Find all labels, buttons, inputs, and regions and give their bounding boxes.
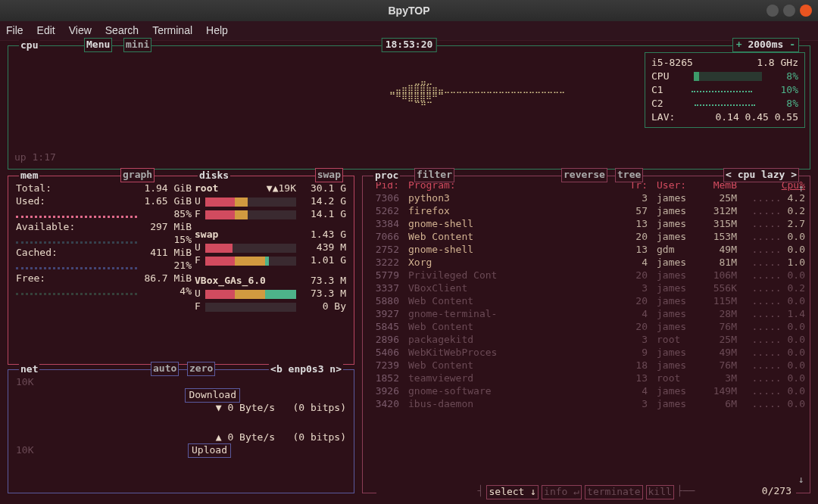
net-zero-button[interactable]: zero <box>187 362 215 376</box>
mem-used-graph <box>16 212 137 218</box>
disk-size: 1.43 G <box>301 229 346 241</box>
cpu-mini-button[interactable]: mini <box>123 38 151 52</box>
mem-free-label: Free: <box>16 272 45 285</box>
scroll-up-icon[interactable]: ↑ <box>798 182 804 195</box>
proc-select-button[interactable]: select ↓ <box>486 485 539 499</box>
table-row[interactable]: 2752gnome-shell13gdm49M..... 0.0 <box>363 244 810 257</box>
table-row[interactable]: 1852teamviewerd13root3M..... 0.0 <box>363 372 810 385</box>
disk-size: 30.1 G <box>301 182 346 195</box>
disks-label: disks <box>198 170 230 182</box>
proc-panel: proc filter reverse tree < cpu lazy > Pi… <box>362 176 810 493</box>
net-auto-button[interactable]: auto <box>151 362 179 376</box>
table-row[interactable]: 3927gnome-terminal-4james28M..... 1.4 <box>363 308 810 321</box>
mem-free-graph <box>16 289 137 295</box>
net-label: net <box>19 363 39 376</box>
window-close-button[interactable] <box>800 5 812 17</box>
disk-used: 439 M <box>301 241 346 254</box>
table-row[interactable]: 7306python33james25M..... 4.2 <box>363 192 810 205</box>
scroll-down-icon[interactable]: ↓ <box>798 474 804 487</box>
proc-reverse-button[interactable]: reverse <box>561 168 607 182</box>
mem-cached-label: Cached: <box>16 247 58 260</box>
mem-panel: mem graph disks swap Total:1.94 GiB Used… <box>8 176 354 365</box>
cpu-core2-label: C2 <box>651 98 663 110</box>
proc-sort-selector[interactable]: < cpu lazy > <box>723 168 799 182</box>
mem-total: 1.94 GiB <box>144 182 192 195</box>
lav-values: 0.14 0.45 0.55 <box>715 111 798 124</box>
mem-avail: 297 MiB <box>150 221 192 234</box>
proc-tree-button[interactable]: tree <box>615 168 643 182</box>
net-scale-top: 10K <box>16 376 33 389</box>
cpu-core1-bar <box>692 88 752 92</box>
table-row[interactable]: 3420ibus-daemon3james6M..... 0.0 <box>363 398 810 411</box>
table-row[interactable]: 3222Xorg4james81M..... 1.0 <box>363 257 810 269</box>
net-panel: net auto zero <b enp0s3 n> 10K Download … <box>8 369 354 493</box>
table-row[interactable]: 3384gnome-shell13james315M..... 2.7 <box>363 218 810 231</box>
table-row[interactable]: 7066Web Content20james153M..... 0.0 <box>363 231 810 244</box>
table-row[interactable]: 5845Web Content20james76M..... 0.0 <box>363 321 810 334</box>
menu-file[interactable]: File <box>6 23 23 37</box>
proc-filter-button[interactable]: filter <box>414 168 454 182</box>
table-row[interactable]: 5262firefox57james312M..... 0.2 <box>363 205 810 218</box>
disk-name: swap <box>195 229 218 241</box>
cpu-core1-pct: 10% <box>781 84 798 97</box>
menu-help[interactable]: Help <box>206 23 228 37</box>
cpu-panel: cpu Menu mini 18:53:20 + 2000ms - ⣀⣤⣀ ⣀⣤… <box>8 45 810 170</box>
mem-graph-button[interactable]: graph <box>120 168 155 182</box>
disk-name: VBox_GAs_6.0 <box>195 275 266 288</box>
update-interval: 2000ms <box>748 39 783 50</box>
disk-used-bar <box>205 198 296 207</box>
proc-scroll-position: 0/273 <box>762 485 791 498</box>
mem-label: mem <box>19 170 39 182</box>
disk-free: 0 By <box>301 300 346 313</box>
table-row[interactable]: 5880Web Content20james115M..... 0.0 <box>363 295 810 308</box>
update-plus-icon[interactable]: + <box>736 39 748 50</box>
window-minimize-button[interactable] <box>766 5 779 17</box>
mem-used-label: Used: <box>16 195 45 208</box>
disk-free-bar <box>205 303 296 312</box>
window-title: BpyTOP <box>389 4 430 17</box>
mem-free-pct: 4% <box>180 285 192 298</box>
swap-header-button[interactable]: swap <box>315 168 343 182</box>
proc-terminate-button[interactable]: terminate <box>585 485 642 499</box>
cpu-graph: ⣀⣤⣀ ⣀⣤⣶⣿⣿⣿⣷⣶⣤⣀⣀⣀⣀⣀⣀⣀⣀⣀⣀⣀⣀⣀⣀⣀⣀⣀⣀⣀⣀ ⠉⠛⠿⣿⣿⣿… <box>379 76 565 110</box>
cpu-clock: 18:53:20 <box>382 38 437 52</box>
menu-search[interactable]: Search <box>105 23 139 37</box>
disk-free: 14.1 G <box>301 208 346 221</box>
menu-edit[interactable]: Edit <box>37 23 55 37</box>
cpu-core1-label: C1 <box>651 84 663 97</box>
disk-used: 14.2 G <box>301 195 346 208</box>
net-up-rate: ▲ 0 Byte/s <box>216 431 275 443</box>
cpu-core2-pct: 8% <box>786 98 798 110</box>
menu-terminal[interactable]: Terminal <box>152 23 192 37</box>
disk-used-bar <box>205 244 296 253</box>
table-row[interactable]: 5406WebKitWebProces9james49M..... 0.0 <box>363 347 810 359</box>
net-up-bits: (0 bitps) <box>293 431 346 443</box>
cpu-freq: 1.8 GHz <box>757 57 798 70</box>
process-table: Pid: Program: Tr: User: MemB Cpu% 7306py… <box>363 179 810 411</box>
disk-free-bar <box>205 210 296 219</box>
cpu-total-pct: 8% <box>786 70 798 83</box>
table-row[interactable]: 3337VBoxClient3james556K..... 0.2 <box>363 282 810 295</box>
proc-kill-button[interactable]: kill <box>646 485 674 499</box>
proc-scrollbar[interactable]: ↑ ↓ <box>796 182 807 487</box>
proc-info-button[interactable]: info ↵ <box>542 485 582 499</box>
menu-view[interactable]: View <box>69 23 92 37</box>
cpu-menu-button[interactable]: Menu <box>84 38 112 52</box>
uptime: up 1:17 <box>14 151 56 164</box>
net-down-rate: ▼ 0 Byte/s <box>216 402 275 413</box>
window-titlebar: BpyTOP <box>0 0 818 21</box>
table-row[interactable]: 3926gnome-software4james149M..... 0.0 <box>363 385 810 398</box>
window-maximize-button[interactable] <box>783 5 795 17</box>
mem-avail-label: Available: <box>16 221 75 234</box>
cpu-label: cpu <box>19 39 39 52</box>
table-row[interactable]: 5779Privileged Cont20james106M..... 0.0 <box>363 269 810 282</box>
table-row[interactable]: 2896packagekitd3root25M..... 0.0 <box>363 334 810 347</box>
net-scale-bot: 10K <box>16 444 33 457</box>
mem-cached-pct: 21% <box>174 260 192 272</box>
net-iface[interactable]: <b enp0s3 n> <box>269 363 343 376</box>
update-minus-icon[interactable]: - <box>783 39 795 50</box>
cpu-model: i5-8265 <box>651 57 693 70</box>
col-user[interactable]: User: <box>652 179 699 192</box>
table-row[interactable]: 7239Web Content18james76M..... 0.0 <box>363 359 810 372</box>
cpu-total-label: CPU <box>651 70 669 83</box>
